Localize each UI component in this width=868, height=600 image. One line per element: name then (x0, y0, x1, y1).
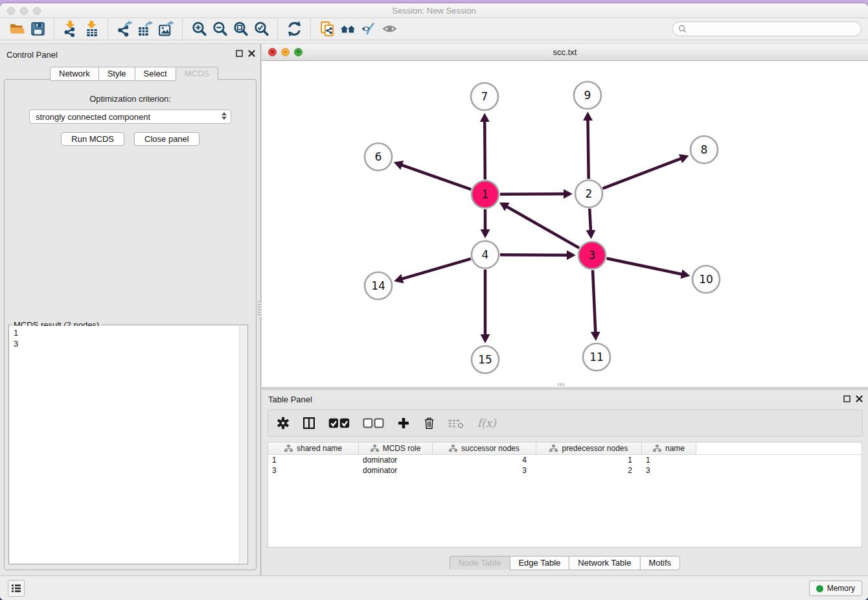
node-2[interactable]: 2 (575, 180, 602, 207)
memory-button[interactable]: Memory (809, 581, 862, 596)
edge-2-8[interactable] (602, 159, 681, 189)
save-session-button[interactable] (27, 19, 48, 39)
tab-mcds[interactable]: MCDS (176, 67, 218, 81)
tab-edge-table[interactable]: Edge Table (509, 556, 569, 570)
table-cell[interactable]: dominator (359, 455, 433, 465)
tab-network[interactable]: Network (50, 67, 99, 81)
table-cell[interactable]: 4 (433, 455, 536, 465)
search-input[interactable] (690, 25, 856, 34)
open-session-button[interactable] (6, 19, 27, 39)
zoom-window-button[interactable] (33, 7, 41, 15)
node-10[interactable]: 10 (692, 266, 720, 293)
select-all-button[interactable] (328, 415, 350, 432)
edge-4-3[interactable] (500, 255, 567, 255)
tab-select[interactable]: Select (135, 67, 176, 81)
clone-network-button[interactable] (317, 19, 337, 39)
tab-motifs[interactable]: Motifs (639, 556, 680, 570)
close-panel-icon[interactable] (248, 50, 255, 57)
first-neighbors-button[interactable] (337, 19, 358, 39)
add-row-button[interactable] (397, 415, 410, 432)
node-table[interactable]: shared nameMCDS rolesuccessor nodesprede… (268, 442, 862, 548)
tab-network-table[interactable]: Network Table (569, 556, 640, 570)
node-14[interactable]: 14 (365, 272, 392, 299)
minimize-view-button[interactable]: − (281, 48, 290, 56)
close-view-button[interactable]: × (268, 48, 277, 56)
close-table-panel-icon[interactable] (856, 395, 863, 402)
node-8[interactable]: 8 (691, 136, 718, 163)
edge-4-14[interactable] (402, 259, 470, 279)
node-9[interactable]: 9 (574, 82, 601, 109)
zoom-selected-button[interactable] (251, 19, 271, 39)
network-window-controls[interactable]: × − + (268, 48, 303, 56)
column-header-predecessor-nodes[interactable]: predecessor nodes (536, 443, 642, 454)
node-7[interactable]: 7 (471, 83, 498, 110)
node-15[interactable]: 15 (472, 346, 499, 373)
table-cell[interactable]: 3 (642, 465, 696, 476)
edge-2-9[interactable] (588, 120, 589, 179)
zoom-in-button[interactable] (188, 19, 209, 39)
deselect-all-button[interactable] (363, 415, 384, 432)
export-network-button[interactable] (114, 19, 135, 39)
network-canvas[interactable]: 1234678910111415 (262, 61, 868, 387)
splitter-grip[interactable] (258, 301, 261, 317)
export-table-button[interactable] (135, 19, 155, 39)
node-3[interactable]: 3 (578, 242, 606, 269)
edge-1-2[interactable] (500, 194, 564, 194)
table-tabs: Node TableEdge TableNetwork TableMotifs (450, 556, 680, 570)
table-cell[interactable]: dominator (359, 465, 433, 476)
split-panel-button[interactable] (303, 415, 315, 432)
search-field[interactable] (672, 21, 862, 36)
edge-3-11[interactable] (593, 270, 595, 332)
canvas-grip[interactable] (558, 383, 564, 386)
window-controls[interactable] (7, 7, 41, 15)
clear-table-button[interactable] (448, 415, 464, 432)
edge-2-3[interactable] (589, 209, 591, 231)
import-network-button[interactable] (60, 19, 81, 39)
result-scrollbar[interactable] (239, 326, 247, 563)
table-cell[interactable]: 1 (642, 455, 696, 465)
edge-3-10[interactable] (607, 259, 682, 274)
import-table-button[interactable] (81, 19, 102, 39)
table-cell[interactable]: 1 (536, 455, 642, 465)
run-mcds-button[interactable]: Run MCDS (61, 132, 124, 146)
table-row[interactable]: 3dominator323 (268, 465, 862, 476)
function-builder-button[interactable]: f(x) (477, 417, 496, 430)
mcds-result-list[interactable]: 13 (10, 326, 239, 563)
table-cell[interactable]: 3 (268, 465, 359, 476)
apply-layout-button[interactable] (284, 19, 304, 39)
delete-row-button[interactable] (423, 415, 435, 432)
table-cell[interactable]: 1 (268, 455, 359, 465)
zoom-out-button[interactable] (209, 19, 230, 39)
float-table-panel-icon[interactable] (843, 395, 851, 402)
column-header-name[interactable]: name (642, 443, 696, 454)
show-all-button[interactable] (379, 19, 400, 39)
task-history-button[interactable] (8, 580, 25, 597)
node-4[interactable]: 4 (472, 241, 499, 268)
network-view-titlebar[interactable]: × − + scc.txt (262, 44, 868, 61)
minimize-window-button[interactable] (20, 7, 28, 15)
column-header-shared-name[interactable]: shared name (268, 443, 359, 454)
column-header-MCDS-role[interactable]: MCDS role (359, 443, 433, 454)
maximize-view-button[interactable]: + (294, 48, 303, 56)
export-image-button[interactable] (155, 19, 176, 39)
table-cell[interactable]: 2 (536, 465, 642, 476)
tab-node-table[interactable]: Node Table (450, 556, 510, 570)
float-panel-icon[interactable] (236, 50, 243, 57)
close-panel-button[interactable]: Close panel (134, 132, 200, 146)
table-header-row: shared nameMCDS rolesuccessor nodesprede… (268, 443, 862, 455)
node-1[interactable]: 1 (472, 181, 499, 208)
edge-1-7[interactable] (485, 121, 485, 179)
node-6[interactable]: 6 (365, 143, 392, 170)
close-window-button[interactable] (7, 7, 15, 15)
node-11[interactable]: 11 (583, 343, 610, 371)
zoom-fit-button[interactable] (230, 19, 251, 39)
settings-button[interactable] (277, 415, 290, 432)
table-row[interactable]: 1dominator411 (268, 455, 862, 465)
column-header-successor-nodes[interactable]: successor nodes (433, 443, 536, 454)
edge-3-1[interactable] (507, 207, 579, 248)
edge-1-6[interactable] (402, 165, 471, 190)
criterion-select[interactable]: strongly connected component (29, 110, 231, 124)
hide-selected-button[interactable] (358, 19, 379, 39)
tab-style[interactable]: Style (98, 67, 135, 81)
table-cell[interactable]: 3 (433, 465, 536, 476)
